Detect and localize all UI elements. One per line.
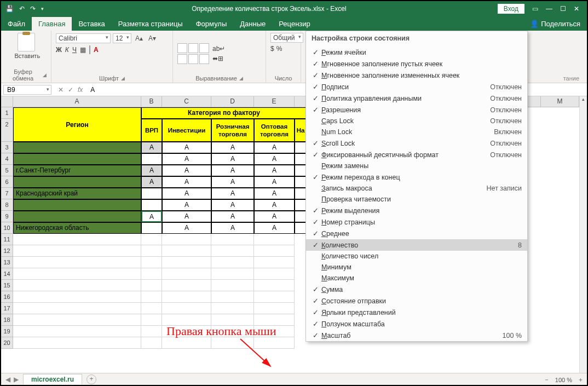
cell[interactable] [254, 257, 295, 268]
statusbar-menu-item[interactable]: Проверка читаемости [306, 194, 527, 205]
close-icon[interactable]: ✕ [574, 5, 579, 13]
increase-font-icon[interactable]: A▴ [134, 33, 145, 44]
row-header[interactable]: 14 [1, 268, 13, 280]
cell[interactable]: A [254, 211, 295, 222]
cell[interactable]: A [141, 211, 162, 222]
save-icon[interactable]: 💾 [5, 5, 14, 13]
cell[interactable] [254, 303, 295, 314]
cell[interactable]: A [162, 153, 211, 165]
cell[interactable]: A [254, 165, 295, 176]
row-header[interactable]: 17 [1, 303, 13, 314]
select-all-corner[interactable] [1, 96, 13, 107]
row-header[interactable]: 2 [1, 119, 13, 142]
cell[interactable] [295, 222, 307, 234]
statusbar-menu-item[interactable]: ✓Масштаб100 % [306, 330, 527, 341]
cell[interactable]: A [211, 188, 254, 199]
cell[interactable] [141, 337, 162, 349]
italic-button[interactable]: К [65, 46, 69, 54]
cell[interactable] [295, 199, 307, 211]
cell[interactable] [211, 268, 254, 280]
row-header[interactable]: 6 [1, 176, 13, 188]
cell[interactable]: A [162, 211, 211, 222]
statusbar-menu-item[interactable]: Минимум [306, 262, 527, 273]
cell[interactable]: A [211, 199, 254, 211]
statusbar-menu-item[interactable]: ✓Среднее [306, 228, 527, 239]
cell[interactable] [211, 291, 254, 303]
cell[interactable] [13, 234, 141, 245]
cell[interactable] [295, 165, 307, 176]
statusbar-menu-item[interactable]: ✓Мгновенное заполнение пустых ячеек [306, 58, 527, 70]
tab-file[interactable]: Файл [1, 17, 32, 31]
cancel-formula-icon[interactable]: ✕ [58, 86, 64, 94]
row-header[interactable]: 8 [1, 199, 13, 211]
cell[interactable] [141, 188, 162, 199]
cell[interactable] [211, 245, 254, 257]
statusbar-menu-item[interactable]: ✓Количество8 [306, 239, 527, 251]
row-header[interactable]: 5 [1, 165, 13, 176]
cell[interactable]: A [254, 222, 295, 234]
cell[interactable]: A [211, 211, 254, 222]
cell[interactable] [141, 245, 162, 257]
border-button[interactable]: ▦ [80, 46, 86, 54]
decrease-font-icon[interactable]: A▾ [147, 33, 158, 44]
fill-color-button[interactable] [89, 46, 90, 54]
cell[interactable] [162, 268, 211, 280]
cell[interactable] [162, 303, 211, 314]
number-format-combo[interactable]: Общий [270, 33, 303, 43]
cell[interactable]: A [211, 142, 254, 153]
statusbar-menu-item[interactable]: ✓ПодписиОтключен [306, 81, 527, 93]
cell[interactable] [13, 280, 141, 291]
cell[interactable] [211, 280, 254, 291]
cell[interactable] [141, 257, 162, 268]
tab-data[interactable]: Данные [233, 17, 272, 31]
cell[interactable] [13, 268, 141, 280]
row-header[interactable]: 1 [1, 107, 13, 119]
cell[interactable] [254, 268, 295, 280]
fx-icon[interactable]: fx [78, 86, 83, 94]
statusbar-menu-item[interactable]: ✓Фиксированный десятичный форматОтключен [306, 149, 527, 160]
cell[interactable]: A [254, 142, 295, 153]
statusbar-menu-item[interactable]: ✓Режим выделения [306, 205, 527, 216]
maximize-icon[interactable]: ☐ [560, 5, 566, 13]
cell[interactable] [13, 176, 141, 188]
dialog-launcher-icon[interactable]: ◢ [43, 72, 47, 78]
tab-formulas[interactable]: Формулы [189, 17, 234, 31]
cell[interactable] [141, 314, 162, 326]
font-color-button[interactable]: А [94, 46, 99, 54]
cell[interactable]: A [162, 165, 211, 176]
font-size-combo[interactable]: 12 [113, 33, 131, 43]
cell[interactable]: Инвестиции [162, 119, 211, 142]
cell[interactable]: A [162, 142, 211, 153]
cell[interactable] [211, 257, 254, 268]
statusbar-menu-item[interactable]: ✓Ползунок масштаба [306, 318, 527, 330]
cell[interactable]: A [162, 199, 211, 211]
statusbar-menu-item[interactable]: ✓Политика управления даннымиОтключен [306, 93, 527, 104]
alignment-buttons[interactable] [177, 43, 209, 64]
cell[interactable] [13, 326, 141, 337]
row-header[interactable]: 16 [1, 291, 13, 303]
cell[interactable] [13, 337, 141, 349]
statusbar-menu-item[interactable]: ✓Режим перехода в конец [306, 171, 527, 183]
tab-home[interactable]: Главная [32, 17, 72, 31]
statusbar-menu-item[interactable]: ✓Мгновенное заполнение измененных ячеек [306, 70, 527, 81]
cell[interactable] [141, 153, 162, 165]
cell[interactable] [141, 280, 162, 291]
cell[interactable] [162, 234, 211, 245]
bold-button[interactable]: Ж [56, 46, 62, 54]
statusbar-menu-item[interactable]: Количество чисел [306, 251, 527, 262]
cell[interactable]: A [254, 176, 295, 188]
cell[interactable] [141, 291, 162, 303]
col-header[interactable]: B [141, 96, 162, 107]
col-header[interactable]: D [211, 96, 254, 107]
cell[interactable] [295, 153, 307, 165]
cell[interactable] [211, 234, 254, 245]
cell[interactable]: A [211, 222, 254, 234]
row-header[interactable]: 19 [1, 326, 13, 337]
cell[interactable] [162, 280, 211, 291]
cell[interactable] [13, 257, 141, 268]
col-header[interactable]: A [13, 96, 141, 107]
cell[interactable]: A [254, 188, 295, 199]
cell[interactable]: A [254, 199, 295, 211]
cell[interactable] [13, 211, 141, 222]
row-header[interactable]: 3 [1, 142, 13, 153]
